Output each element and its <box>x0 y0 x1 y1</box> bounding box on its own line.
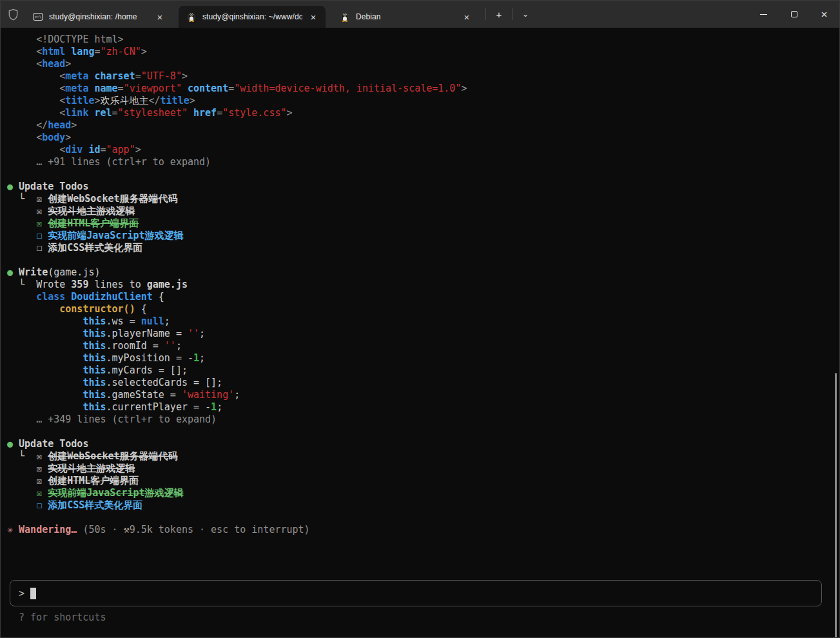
terminal-output: <!DOCTYPE html> <html lang="zh-CN"> <hea… <box>1 28 839 536</box>
terminal-line: └ Wrote 359 lines to game.js <box>7 279 839 291</box>
terminal-line <box>7 426 839 438</box>
maximize-button[interactable] <box>779 1 809 28</box>
terminal-line: this.myCards = []; <box>7 364 839 377</box>
minimize-icon <box>760 14 767 15</box>
maximize-icon <box>791 11 797 17</box>
terminal-line: this.gameState = 'waiting'; <box>7 389 839 401</box>
new-tab-button[interactable]: + <box>489 6 509 23</box>
terminal-line: └ ☒ 创建WebSocket服务器端代码 <box>7 193 839 205</box>
terminal-line: ✳ Wandering… (50s · ⚒9.5k tokens · esc t… <box>7 524 839 536</box>
tab-strip: c:\ study@qinshixian: /home × <box>25 1 485 28</box>
terminal-line: <body> <box>7 132 839 144</box>
terminal-line: this.currentPlayer = -1; <box>7 401 839 414</box>
terminal-line: ☒ 实现前端JavaScript游戏逻辑 <box>7 487 839 499</box>
tux-icon <box>340 12 350 22</box>
titlebar[interactable]: c:\ study@qinshixian: /home × <box>1 1 839 28</box>
terminal-line: <div id="app"> <box>7 144 839 156</box>
terminal-line: <html lang="zh-CN"> <box>7 46 839 58</box>
close-icon: × <box>821 9 828 20</box>
svg-text:c:\: c:\ <box>35 15 41 19</box>
terminal-line: ☐ 实现前端JavaScript游戏逻辑 <box>7 230 839 242</box>
terminal-line: </head> <box>7 119 839 132</box>
tab-title: study@qinshixian: ~/www/dou <box>202 12 302 21</box>
tabbar-divider <box>485 8 486 20</box>
terminal-line: … +91 lines (ctrl+r to expand) <box>7 156 839 168</box>
terminal-line: this.selectedCards = []; <box>7 377 839 389</box>
terminal-line <box>7 168 839 181</box>
terminal-line: <meta name="viewport" content="width=dev… <box>7 83 839 95</box>
terminal-line: this.playerName = ''; <box>7 328 839 340</box>
tab-home[interactable]: c:\ study@qinshixian: /home × <box>25 6 172 28</box>
terminal-line: ☒ 创建HTML客户端界面 <box>7 475 839 487</box>
prompt-symbol: > <box>19 588 24 599</box>
terminal-line: ☒ 实现斗地主游戏逻辑 <box>7 205 839 217</box>
terminal-line: <head> <box>7 58 839 70</box>
close-button[interactable]: × <box>809 1 839 28</box>
shield-icon <box>1 1 25 28</box>
terminal-line: ● Update Todos <box>7 438 839 450</box>
tab-title: study@qinshixian: /home <box>49 12 149 21</box>
minimize-button[interactable] <box>748 1 779 28</box>
terminal-line: ● Write(game.js) <box>7 266 839 279</box>
scrollbar[interactable] <box>835 373 837 637</box>
tab-dropdown-button[interactable]: ⌄ <box>516 6 535 23</box>
terminal-line: └ ☒ 创建WebSocket服务器端代码 <box>7 450 839 463</box>
text-cursor <box>30 588 36 599</box>
titlebar-drag-region[interactable] <box>538 1 748 28</box>
terminal-line: ● Update Todos <box>7 181 839 193</box>
terminal-line: constructor() { <box>7 303 839 315</box>
tab-debian[interactable]: Debian × <box>332 6 479 28</box>
terminal-line: ☒ 实现斗地主游戏逻辑 <box>7 463 839 475</box>
tab-close-icon[interactable]: × <box>153 10 167 24</box>
terminal-line: <title>欢乐斗地主</title> <box>7 95 839 107</box>
terminal-line: ☒ 创建HTML客户端界面 <box>7 217 839 230</box>
terminal-screen[interactable]: <!DOCTYPE html> <html lang="zh-CN"> <hea… <box>1 28 839 637</box>
terminal-line: ☐ 添加CSS样式美化界面 <box>7 242 839 254</box>
tab-title: Debian <box>356 12 456 21</box>
tabbar-divider <box>512 8 513 20</box>
terminal-line: <link rel="stylesheet" href="style.css"> <box>7 107 839 119</box>
terminal-line: this.myPosition = -1; <box>7 352 839 364</box>
terminal-line: this.ws = null; <box>7 315 839 328</box>
terminal-line: class DoudizhuClient { <box>7 291 839 303</box>
terminal-line: <meta charset="UTF-8"> <box>7 70 839 83</box>
terminal-line: this.roomId = ''; <box>7 340 839 352</box>
terminal-line: … +349 lines (ctrl+r to expand) <box>7 414 839 426</box>
shortcuts-hint: ? for shortcuts <box>19 612 106 623</box>
tux-icon <box>186 12 197 22</box>
tab-www-dou[interactable]: study@qinshixian: ~/www/dou × <box>179 6 326 28</box>
terminal-line: <!DOCTYPE html> <box>7 34 839 46</box>
cmd-icon: c:\ <box>33 12 43 22</box>
terminal-window: c:\ study@qinshixian: /home × <box>0 0 840 638</box>
tab-close-icon[interactable]: × <box>306 10 320 24</box>
terminal-line <box>7 512 839 524</box>
prompt-input-box[interactable]: > <box>10 580 822 606</box>
terminal-line: ☐ 添加CSS样式美化界面 <box>7 499 839 512</box>
tab-close-icon[interactable]: × <box>460 10 474 24</box>
terminal-line <box>7 254 839 266</box>
